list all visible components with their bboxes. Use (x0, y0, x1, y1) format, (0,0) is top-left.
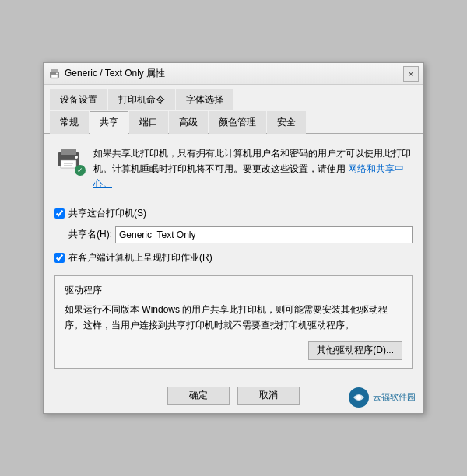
logo-icon (348, 387, 370, 408)
title-bar: Generic / Text Only 属性 × (44, 63, 423, 85)
share-checkbox-row: 共享这台打印机(S) (54, 207, 413, 220)
tab-security[interactable]: 安全 (267, 111, 306, 134)
svg-rect-2 (51, 75, 58, 78)
svg-rect-1 (51, 69, 58, 72)
svg-rect-5 (61, 149, 76, 155)
driver-btn-row: 其他驱动程序(D)... (65, 341, 402, 360)
printer-title-icon (48, 68, 61, 80)
svg-point-3 (56, 72, 58, 74)
share-name-row: 共享名(H): (68, 226, 413, 243)
render-jobs-checkbox[interactable] (54, 253, 65, 263)
form-section-share: 共享这台打印机(S) 共享名(H): 在客户端计算机上呈现打印作业(R) (54, 207, 413, 264)
svg-point-11 (356, 395, 361, 400)
share-name-input[interactable] (115, 226, 413, 243)
svg-point-7 (75, 156, 78, 159)
tab-general[interactable]: 常规 (50, 111, 89, 134)
bottom-bar: 确定 取消 云福软件园 (44, 380, 423, 413)
printer-icon-wrapper: ✓ (54, 146, 86, 176)
driver-desc: 如果运行不同版本 Windows 的用户共享此打印机，则可能需要安装其他驱动程序… (65, 302, 402, 334)
ok-button[interactable]: 确定 (167, 387, 230, 405)
share-checkbox-label: 共享这台打印机(S) (68, 207, 146, 220)
title-bar-left: Generic / Text Only 属性 (48, 67, 165, 80)
dialog-title: Generic / Text Only 属性 (65, 67, 165, 80)
cancel-button[interactable]: 取消 (237, 387, 300, 405)
tab-share[interactable]: 共享 (90, 111, 128, 134)
tab-color-mgmt[interactable]: 颜色管理 (209, 111, 266, 134)
other-drivers-button[interactable]: 其他驱动程序(D)... (308, 341, 402, 360)
render-jobs-label: 在客户端计算机上呈现打印作业(R) (68, 251, 212, 264)
info-text: 如果共享此打印机，只有拥有此计算机用户名和密码的用户才可以使用此打印机。计算机睡… (93, 146, 413, 191)
tab-printer-cmd[interactable]: 打印机命令 (108, 89, 175, 110)
tab-row-2: 常规 共享 端口 高级 颜色管理 安全 (44, 110, 423, 134)
check-badge: ✓ (75, 165, 86, 176)
share-checkbox[interactable] (54, 208, 65, 219)
tab-font-select[interactable]: 字体选择 (176, 89, 234, 110)
driver-section: 驱动程序 如果运行不同版本 Windows 的用户共享此打印机，则可能需要安装其… (54, 275, 413, 369)
driver-title: 驱动程序 (65, 284, 402, 297)
tab-advanced[interactable]: 高级 (169, 111, 208, 134)
close-button[interactable]: × (403, 66, 419, 82)
content-area: ✓ 如果共享此打印机，只有拥有此计算机用户名和密码的用户才可以使用此打印机。计算… (44, 134, 423, 379)
render-jobs-checkbox-row: 在客户端计算机上呈现打印作业(R) (54, 251, 413, 264)
share-name-label: 共享名(H): (68, 228, 115, 241)
dialog-window: Generic / Text Only 属性 × 设备设置 打印机命令 字体选择… (43, 62, 424, 413)
tab-port[interactable]: 端口 (129, 111, 168, 134)
tab-device-settings[interactable]: 设备设置 (50, 89, 107, 110)
tab-row-1: 设备设置 打印机命令 字体选择 (44, 85, 423, 110)
info-box: ✓ 如果共享此打印机，只有拥有此计算机用户名和密码的用户才可以使用此打印机。计算… (54, 142, 413, 196)
logo-text: 云福软件园 (373, 391, 416, 403)
svg-rect-6 (61, 160, 76, 168)
logo-area: 云福软件园 (348, 387, 416, 408)
